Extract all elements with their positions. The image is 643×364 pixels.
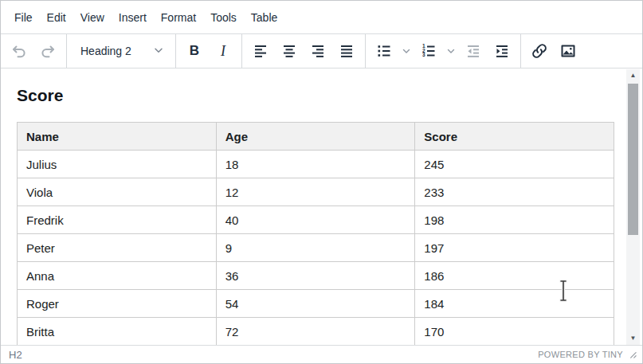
numbered-list-icon: 1 2 3 xyxy=(419,41,438,61)
chevron-down-icon xyxy=(401,45,412,57)
format-select-group: Heading 2 xyxy=(67,34,176,68)
table-cell[interactable]: 9 xyxy=(216,234,415,262)
table-cell[interactable]: 186 xyxy=(415,262,614,290)
menu-item-format[interactable]: Format xyxy=(154,6,203,29)
bold-button[interactable]: B xyxy=(181,37,208,65)
column-header-score[interactable]: Score xyxy=(415,123,614,151)
toolbar: Heading 2 B I xyxy=(1,34,642,68)
table-cell[interactable]: Viola xyxy=(18,178,217,206)
menu-item-file[interactable]: File xyxy=(7,6,40,29)
table-cell[interactable]: Roger xyxy=(18,290,217,318)
table-cell[interactable]: 54 xyxy=(216,290,415,318)
image-button[interactable] xyxy=(555,37,582,65)
menu-item-tools[interactable]: Tools xyxy=(203,6,244,29)
bullet-list-icon xyxy=(374,41,394,61)
align-left-button[interactable] xyxy=(247,37,274,65)
italic-button[interactable]: I xyxy=(210,37,237,65)
table-cell[interactable]: 233 xyxy=(415,178,614,206)
statusbar: H2 POWERED BY TINY xyxy=(1,345,642,363)
align-justify-icon xyxy=(337,41,356,61)
resize-handle-icon[interactable] xyxy=(628,347,637,362)
align-right-button[interactable] xyxy=(304,37,331,65)
menu-item-view[interactable]: View xyxy=(73,6,112,29)
bullet-list-options-button[interactable] xyxy=(399,37,414,65)
table-cell[interactable]: 198 xyxy=(415,206,614,234)
vertical-scrollbar[interactable]: ▲ ▼ xyxy=(626,69,640,345)
scroll-down-arrow-icon[interactable]: ▼ xyxy=(626,332,640,345)
table-cell[interactable]: 184 xyxy=(415,290,614,318)
table-cell[interactable]: 245 xyxy=(415,151,614,178)
chevron-down-icon xyxy=(445,45,457,57)
align-center-button[interactable] xyxy=(276,37,303,65)
content-heading[interactable]: Score xyxy=(17,86,626,105)
align-center-icon xyxy=(280,41,299,61)
table-row: Roger54184 xyxy=(18,290,614,318)
numbered-list-options-button[interactable] xyxy=(444,37,458,65)
undo-icon xyxy=(10,41,29,61)
align-left-icon xyxy=(251,41,270,61)
insert-group xyxy=(521,34,586,68)
statusbar-right: POWERED BY TINY xyxy=(538,347,637,362)
table-cell[interactable]: 36 xyxy=(216,262,415,290)
table-header-row: NameAgeScore xyxy=(18,123,614,151)
table-cell[interactable]: Anna xyxy=(18,262,217,290)
indent-button[interactable] xyxy=(488,37,516,65)
numbered-list-button[interactable]: 1 2 3 xyxy=(415,37,442,65)
undo-button[interactable] xyxy=(6,37,33,65)
italic-icon: I xyxy=(221,43,225,60)
svg-text:3: 3 xyxy=(422,52,425,57)
scrollbar-thumb[interactable] xyxy=(628,84,638,235)
score-table[interactable]: NameAgeScoreJulius18245Viola12233Fredrik… xyxy=(17,122,614,345)
table-cell[interactable]: 12 xyxy=(216,178,415,206)
table-row: Anna36186 xyxy=(18,262,614,290)
redo-icon xyxy=(38,41,57,61)
alignment-group xyxy=(242,34,366,68)
rich-text-editor: FileEditViewInsertFormatToolsTable xyxy=(0,0,643,364)
table-cell[interactable]: Julius xyxy=(18,151,217,178)
table-cell[interactable]: 40 xyxy=(216,206,415,234)
table-row: Julius18245 xyxy=(18,151,614,178)
table-cell[interactable]: 72 xyxy=(216,318,415,346)
branding-label[interactable]: POWERED BY TINY xyxy=(538,350,623,359)
table-row: Fredrik40198 xyxy=(18,206,614,234)
table-cell[interactable]: 18 xyxy=(216,151,415,178)
outdent-icon xyxy=(464,41,483,61)
indent-icon xyxy=(492,41,512,61)
menu-item-insert[interactable]: Insert xyxy=(112,6,154,29)
image-icon xyxy=(559,41,578,61)
column-header-age[interactable]: Age xyxy=(216,123,415,151)
table-cell[interactable]: Britta xyxy=(18,318,217,346)
table-row: Britta72170 xyxy=(18,318,614,346)
column-header-name[interactable]: Name xyxy=(18,123,217,151)
menu-item-edit[interactable]: Edit xyxy=(40,6,73,29)
menu-item-table[interactable]: Table xyxy=(244,6,284,29)
table-cell[interactable]: 197 xyxy=(415,234,614,262)
heading-dropdown-label: Heading 2 xyxy=(80,45,131,57)
editor-content-area[interactable]: Score NameAgeScoreJulius18245Viola12233F… xyxy=(1,68,642,345)
heading-dropdown[interactable]: Heading 2 xyxy=(73,37,170,65)
table-row: Viola12233 xyxy=(18,178,614,206)
bold-icon: B xyxy=(190,43,199,59)
list-indent-group: 1 2 3 xyxy=(366,34,521,68)
link-icon xyxy=(530,41,549,61)
table-cell[interactable]: Peter xyxy=(18,234,217,262)
align-justify-button[interactable] xyxy=(333,37,360,65)
table-cell[interactable]: 170 xyxy=(415,318,614,346)
text-style-group: B I xyxy=(176,34,242,68)
link-button[interactable] xyxy=(526,37,553,65)
history-group xyxy=(1,34,67,68)
outdent-button[interactable] xyxy=(460,37,487,65)
bullet-list-button[interactable] xyxy=(371,37,398,65)
table-row: Peter9197 xyxy=(18,234,614,262)
chevron-down-icon xyxy=(152,44,165,59)
ibeam-cursor-icon xyxy=(558,279,569,306)
scroll-up-arrow-icon[interactable]: ▲ xyxy=(626,69,640,82)
align-right-icon xyxy=(308,41,327,61)
table-cell[interactable]: Fredrik xyxy=(18,206,217,234)
menubar: FileEditViewInsertFormatToolsTable xyxy=(1,1,642,34)
element-path[interactable]: H2 xyxy=(9,349,22,361)
redo-button[interactable] xyxy=(34,37,61,65)
